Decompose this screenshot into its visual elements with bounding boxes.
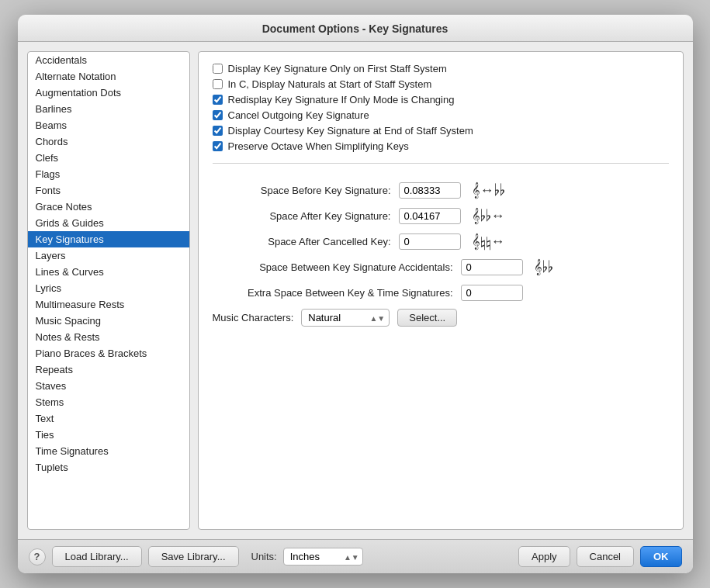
sidebar-item-tuplets[interactable]: Tuplets xyxy=(28,459,189,476)
sidebar-item-notes---rests[interactable]: Notes & Rests xyxy=(28,329,189,345)
sidebar-item-multimeasure-rests[interactable]: Multimeasure Rests xyxy=(28,296,189,313)
field-input-4[interactable] xyxy=(461,285,523,301)
field-row-1: Space After Key Signature:𝄞♭♭↔ xyxy=(213,208,669,224)
sidebar-item-stems[interactable]: Stems xyxy=(28,394,189,410)
checkbox-row-0: Display Key Signature Only on First Staf… xyxy=(213,63,669,74)
field-icon-1: 𝄞♭♭↔ xyxy=(472,208,505,224)
apply-button[interactable]: Apply xyxy=(518,546,570,567)
load-library-button[interactable]: Load Library... xyxy=(52,546,142,567)
field-input-0[interactable] xyxy=(399,182,461,199)
sidebar-item-barlines[interactable]: Barlines xyxy=(28,101,189,117)
checkbox-row-4: Display Courtesy Key Signature at End of… xyxy=(213,125,669,137)
sidebar-item-augmentation-dots[interactable]: Augmentation Dots xyxy=(28,85,189,101)
document-options-dialog: Document Options - Key Signatures Accide… xyxy=(18,15,693,573)
units-select[interactable]: InchesCentimetersPointsEVPUs xyxy=(283,548,363,566)
field-label-1: Space After Key Signature: xyxy=(213,210,391,222)
field-icon-0: 𝄞↔♭♭ xyxy=(472,182,505,199)
checkbox-label-5[interactable]: Preserve Octave When Simplifying Keys xyxy=(228,140,409,152)
checkbox-label-4[interactable]: Display Courtesy Key Signature at End of… xyxy=(228,125,473,137)
checkbox-row-1: In C, Display Naturals at Start of Staff… xyxy=(213,78,669,90)
sidebar-item-beams[interactable]: Beams xyxy=(28,117,189,133)
checkbox-label-2[interactable]: Redisplay Key Signature If Only Mode is … xyxy=(228,94,455,105)
checkbox-label-1[interactable]: In C, Display Naturals at Start of Staff… xyxy=(228,78,432,90)
sidebar: AccidentalsAlternate NotationAugmentatio… xyxy=(27,51,190,530)
field-input-1[interactable] xyxy=(399,208,461,224)
checkbox-label-3[interactable]: Cancel Outgoing Key Signature xyxy=(228,109,369,121)
checkbox-row-3: Cancel Outgoing Key Signature xyxy=(213,109,669,121)
sidebar-item-text[interactable]: Text xyxy=(28,410,189,427)
checkbox-2[interactable] xyxy=(213,95,223,105)
sidebar-item-grace-notes[interactable]: Grace Notes xyxy=(28,199,189,215)
field-row-2: Space After Cancelled Key:𝄞♮♮↔ xyxy=(213,233,669,250)
checkbox-group: Display Key Signature Only on First Staf… xyxy=(213,63,669,164)
music-chars-select-wrapper: NaturalSharpFlatDouble SharpDouble Flat … xyxy=(301,309,390,327)
sidebar-item-fonts[interactable]: Fonts xyxy=(28,182,189,199)
sidebar-item-alternate-notation[interactable]: Alternate Notation xyxy=(28,68,189,85)
sidebar-item-clefs[interactable]: Clefs xyxy=(28,150,189,166)
dialog-title: Document Options - Key Signatures xyxy=(18,15,693,42)
sidebar-item-lines---curves[interactable]: Lines & Curves xyxy=(28,264,189,280)
checkbox-1[interactable] xyxy=(213,79,223,89)
sidebar-item-flags[interactable]: Flags xyxy=(28,166,189,182)
music-chars-label: Music Characters: xyxy=(213,312,294,323)
checkbox-4[interactable] xyxy=(213,126,223,136)
field-label-3: Space Between Key Signature Accidentals: xyxy=(213,261,453,273)
field-row-3: Space Between Key Signature Accidentals:… xyxy=(213,259,669,275)
checkbox-row-2: Redisplay Key Signature If Only Mode is … xyxy=(213,94,669,105)
music-chars-select[interactable]: NaturalSharpFlatDouble SharpDouble Flat xyxy=(301,309,390,327)
sidebar-item-accidentals[interactable]: Accidentals xyxy=(28,52,189,68)
field-label-0: Space Before Key Signature: xyxy=(213,185,391,196)
checkbox-label-0[interactable]: Display Key Signature Only on First Staf… xyxy=(228,63,447,74)
save-library-button[interactable]: Save Library... xyxy=(148,546,239,567)
content-panel: Display Key Signature Only on First Staf… xyxy=(198,51,684,530)
checkbox-3[interactable] xyxy=(213,110,223,120)
field-label-2: Space After Cancelled Key: xyxy=(213,236,391,247)
field-icon-2: 𝄞♮♮↔ xyxy=(472,233,505,250)
sidebar-item-grids---guides[interactable]: Grids & Guides xyxy=(28,215,189,231)
help-button[interactable]: ? xyxy=(29,548,46,566)
field-row-0: Space Before Key Signature:𝄞↔♭♭ xyxy=(213,182,669,199)
units-label: Units: xyxy=(251,551,277,562)
music-chars-select-button[interactable]: Select... xyxy=(397,309,457,327)
music-chars-row: Music Characters: NaturalSharpFlatDouble… xyxy=(213,309,669,327)
sidebar-item-staves[interactable]: Staves xyxy=(28,378,189,394)
field-row-4: Extra Space Between Key & Time Signature… xyxy=(213,285,669,301)
sidebar-item-key-signatures[interactable]: Key Signatures xyxy=(28,231,189,247)
dialog-body: AccidentalsAlternate NotationAugmentatio… xyxy=(18,42,693,539)
checkbox-row-5: Preserve Octave When Simplifying Keys xyxy=(213,140,669,152)
sidebar-item-repeats[interactable]: Repeats xyxy=(28,361,189,378)
cancel-button[interactable]: Cancel xyxy=(577,546,634,567)
fields-section: Space Before Key Signature:𝄞↔♭♭Space Aft… xyxy=(213,182,669,301)
sidebar-item-ties[interactable]: Ties xyxy=(28,427,189,443)
field-input-3[interactable] xyxy=(461,259,523,275)
field-label-4: Extra Space Between Key & Time Signature… xyxy=(213,287,453,299)
sidebar-item-layers[interactable]: Layers xyxy=(28,247,189,264)
sidebar-item-music-spacing[interactable]: Music Spacing xyxy=(28,313,189,329)
checkbox-0[interactable] xyxy=(213,64,223,74)
field-icon-3: 𝄞♭♭ xyxy=(534,259,553,275)
units-select-wrapper: InchesCentimetersPointsEVPUs ▲▼ xyxy=(283,548,363,566)
field-input-2[interactable] xyxy=(399,233,461,250)
sidebar-item-chords[interactable]: Chords xyxy=(28,133,189,150)
sidebar-item-time-signatures[interactable]: Time Signatures xyxy=(28,443,189,459)
sidebar-item-lyrics[interactable]: Lyrics xyxy=(28,280,189,296)
checkbox-5[interactable] xyxy=(213,141,223,151)
ok-button[interactable]: OK xyxy=(640,546,682,567)
dialog-footer: ? Load Library... Save Library... Units:… xyxy=(18,539,693,573)
sidebar-item-piano-braces---brackets[interactable]: Piano Braces & Brackets xyxy=(28,345,189,361)
